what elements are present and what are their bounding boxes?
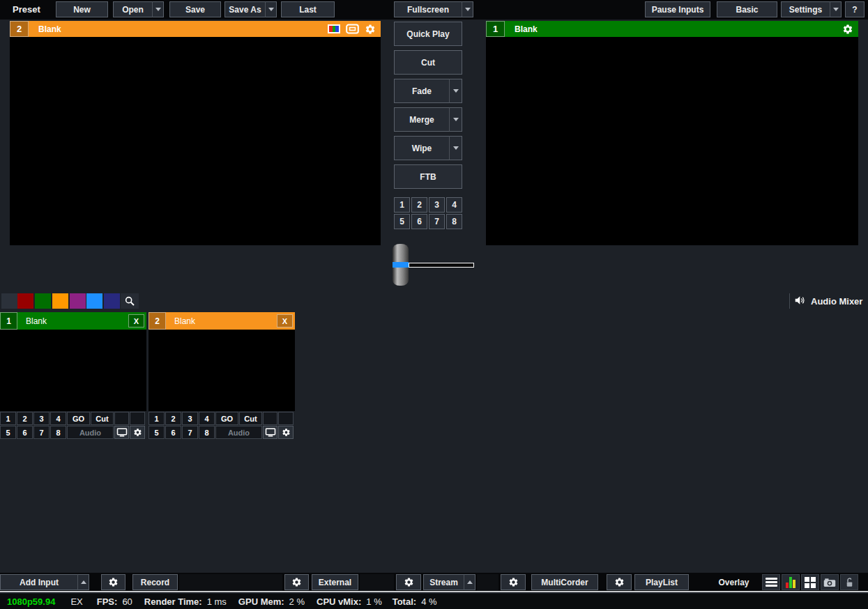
input-2-cut-button[interactable]: Cut	[239, 412, 262, 425]
transition-number-7[interactable]: 7	[429, 214, 445, 229]
wipe-dropdown-button[interactable]	[449, 136, 462, 160]
open-button-label[interactable]: Open	[113, 1, 152, 17]
transition-number-1[interactable]: 1	[394, 197, 410, 213]
transition-number-6[interactable]: 6	[411, 214, 427, 229]
record-settings-gear-button[interactable]	[101, 574, 125, 590]
tbar-fader-handle[interactable]	[393, 244, 409, 286]
color-swatch-navy[interactable]	[104, 293, 120, 309]
input-1-settings-gear-icon[interactable]	[130, 426, 145, 439]
wipe-button[interactable]: Wipe	[394, 136, 462, 160]
save-as-dropdown-button[interactable]	[265, 1, 277, 17]
snapshot-button[interactable]	[821, 574, 839, 590]
overlay-button[interactable]: Overlay	[708, 574, 760, 590]
color-swatch-blue[interactable]	[86, 293, 102, 309]
multicorder-gear-button[interactable]	[607, 574, 632, 590]
add-input-button[interactable]: Add Input	[0, 574, 89, 590]
transition-number-5[interactable]: 5	[394, 214, 410, 229]
stream-button-label[interactable]: Stream	[423, 574, 464, 590]
input-1-cut-button[interactable]: Cut	[91, 412, 114, 425]
speaker-icon[interactable]	[794, 295, 807, 306]
input-1-monitor-icon[interactable]	[114, 426, 129, 439]
save-button[interactable]: Save	[169, 1, 221, 17]
input-1-key-3[interactable]: 3	[33, 412, 50, 425]
audio-mixer-label[interactable]: Audio Mixer	[811, 296, 862, 307]
open-button[interactable]: Open	[113, 1, 164, 17]
transition-number-3[interactable]: 3	[429, 197, 445, 213]
record-button[interactable]: Record	[132, 574, 178, 590]
input-1-key-5[interactable]: 5	[0, 426, 16, 439]
input-2-monitor-icon[interactable]	[263, 426, 277, 439]
input-2-close-button[interactable]: X	[277, 314, 293, 327]
input-2-key-3[interactable]: 3	[182, 412, 198, 425]
external-button[interactable]: External	[312, 574, 358, 590]
program-video-area[interactable]	[486, 37, 858, 245]
cut-button[interactable]: Cut	[394, 50, 462, 75]
tbar-track[interactable]	[409, 263, 474, 268]
basic-button[interactable]: Basic	[717, 1, 777, 17]
input-1-key-7[interactable]: 7	[33, 426, 50, 439]
record-gear-button[interactable]	[284, 574, 309, 590]
input-2-key-2[interactable]: 2	[165, 412, 181, 425]
add-input-button-label[interactable]: Add Input	[0, 574, 77, 590]
preview-settings-gear-icon[interactable]	[365, 24, 376, 35]
input-1-key-1[interactable]: 1	[0, 412, 16, 425]
settings-button-label[interactable]: Settings	[781, 1, 830, 17]
merge-button-label[interactable]: Merge	[394, 107, 449, 132]
settings-button[interactable]: Settings	[781, 1, 842, 17]
color-swatch-none[interactable]	[1, 293, 17, 309]
input-2-audio-button[interactable]: Audio	[215, 426, 262, 439]
input-1-key-2[interactable]: 2	[17, 412, 33, 425]
fullscreen-button[interactable]: Fullscreen	[394, 1, 473, 17]
stream-button[interactable]: Stream	[423, 574, 475, 590]
multicorder-button[interactable]: MultiCorder	[531, 574, 598, 590]
stream-gear-button[interactable]	[501, 574, 526, 590]
stream-dropup-button[interactable]	[464, 574, 475, 590]
input-1-go-button[interactable]: GO	[67, 412, 90, 425]
color-swatch-green[interactable]	[35, 293, 51, 309]
input-2-key-6[interactable]: 6	[165, 426, 181, 439]
input-1-audio-button[interactable]: Audio	[67, 426, 114, 439]
save-as-button[interactable]: Save As	[224, 1, 277, 17]
fade-dropdown-button[interactable]	[449, 79, 462, 103]
fullscreen-dropdown-button[interactable]	[462, 1, 473, 17]
menu-button[interactable]	[762, 574, 780, 590]
input-1-thumbnail[interactable]	[0, 330, 146, 411]
playlist-button[interactable]: PlayList	[634, 574, 689, 590]
input-1-key-4[interactable]: 4	[50, 412, 66, 425]
program-settings-gear-icon[interactable]	[842, 24, 853, 35]
color-swatch-red[interactable]	[17, 293, 33, 309]
color-swatch-orange[interactable]	[52, 293, 68, 309]
display-output-icon[interactable]	[346, 24, 359, 34]
input-2-key-7[interactable]: 7	[182, 426, 198, 439]
fullscreen-button-label[interactable]: Fullscreen	[394, 1, 462, 17]
fade-button[interactable]: Fade	[394, 79, 462, 103]
input-2-go-button[interactable]: GO	[215, 412, 238, 425]
search-button[interactable]	[121, 293, 139, 309]
transition-number-2[interactable]: 2	[411, 197, 427, 213]
save-as-button-label[interactable]: Save As	[224, 1, 265, 17]
ftb-button[interactable]: FTB	[394, 164, 462, 189]
last-button[interactable]: Last	[281, 1, 335, 17]
settings-dropdown-button[interactable]	[830, 1, 842, 17]
fade-button-label[interactable]: Fade	[394, 79, 449, 103]
input-2-key-1[interactable]: 1	[149, 412, 165, 425]
external-gear-button[interactable]	[396, 574, 421, 590]
input-1-key-6[interactable]: 6	[17, 426, 33, 439]
open-dropdown-button[interactable]	[152, 1, 164, 17]
preview-video-area[interactable]	[10, 37, 381, 245]
color-swatch-purple[interactable]	[70, 293, 86, 309]
transition-number-8[interactable]: 8	[446, 214, 462, 229]
wipe-button-label[interactable]: Wipe	[394, 136, 449, 160]
colorbars-icon[interactable]	[328, 24, 340, 33]
transition-number-4[interactable]: 4	[446, 197, 462, 213]
merge-button[interactable]: Merge	[394, 107, 462, 132]
audio-levels-button[interactable]	[782, 574, 800, 590]
merge-dropdown-button[interactable]	[449, 107, 462, 132]
input-1-key-8[interactable]: 8	[50, 426, 66, 439]
input-2-key-4[interactable]: 4	[199, 412, 215, 425]
input-2-settings-gear-icon[interactable]	[278, 426, 294, 439]
input-2-thumbnail[interactable]	[149, 330, 295, 411]
input-1-header[interactable]: 1 Blank X	[0, 312, 146, 330]
lock-button[interactable]	[840, 574, 858, 590]
help-button[interactable]: ?	[845, 1, 865, 17]
